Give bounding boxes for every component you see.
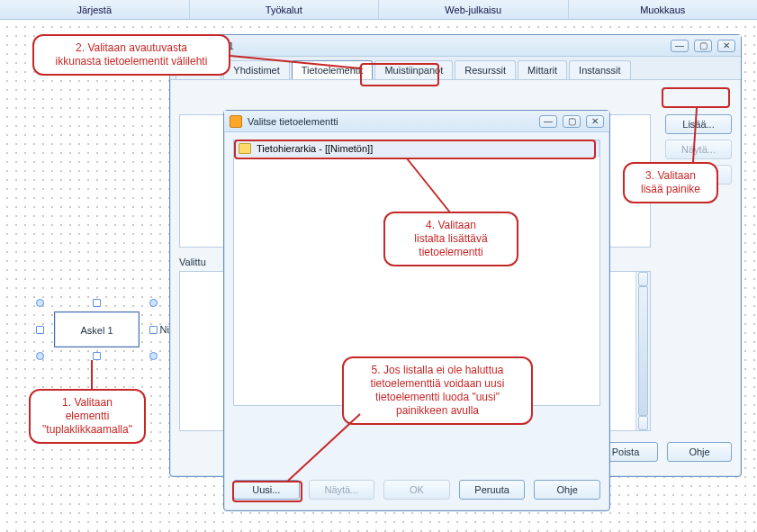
close-button[interactable]: ✕ [717, 40, 735, 52]
min-button[interactable]: — [671, 40, 689, 52]
menubar: Järjestä Työkalut Web-julkaisu Muokkaus [0, 0, 757, 20]
tab-resurssit[interactable]: Resurssit [455, 60, 516, 79]
tab-tietoelementit[interactable]: Tietoelementit [292, 60, 374, 79]
app-icon [230, 115, 242, 128]
max-button[interactable]: ▢ [563, 115, 581, 128]
callout-1: 1. Valitaan elementti "tuplaklikkaamalla… [29, 389, 146, 444]
help-button[interactable]: Ohje [667, 442, 732, 462]
new-button[interactable]: Uusi... [233, 480, 300, 500]
close-button[interactable]: ✕ [586, 115, 604, 128]
menu-webjulkaisu[interactable]: Web-julkaisu [379, 0, 569, 19]
ok-button[interactable]: OK [383, 480, 450, 500]
menu-muokkaus[interactable]: Muokkaus [569, 0, 758, 19]
diagram-node-askel1[interactable]: Askel 1 [54, 311, 140, 347]
max-button[interactable]: ▢ [694, 40, 712, 52]
cancel-button[interactable]: Peruuta [459, 480, 526, 500]
callout-4: 4. Valitaan listalta lisättävä tietoelem… [383, 212, 518, 266]
dialog-select-element: Valitse tietoelementti — ▢ ✕ Tietohierar… [223, 110, 610, 511]
resize-handle[interactable] [36, 299, 44, 307]
tab-muistiinpanot[interactable]: Muistiinpanot [374, 60, 453, 79]
min-button[interactable]: — [539, 115, 557, 128]
selected-label: Valittu [179, 257, 206, 267]
diagram-selection: Askel 1 Nim [36, 299, 158, 360]
tree-item-root[interactable]: Tietohierarkia - [[Nimetön]] [234, 140, 599, 157]
scrollbar[interactable] [635, 272, 650, 430]
callout-3: 3. Valitaan lisää painike [623, 162, 718, 203]
resize-handle[interactable] [93, 352, 101, 360]
menu-jarjesta[interactable]: Järjestä [0, 0, 190, 19]
resize-handle[interactable] [149, 326, 158, 334]
tree-item-label: Tietohierarkia - [[Nimetön]] [257, 143, 373, 154]
resize-handle[interactable] [149, 352, 158, 360]
titlebar-child[interactable]: Valitse tietoelementti — ▢ ✕ [224, 111, 609, 132]
add-button[interactable]: Lisää... [665, 114, 732, 134]
resize-handle[interactable] [36, 326, 44, 334]
callout-2: 2. Valitaan avautuvasta ikkunasta tietoe… [32, 34, 230, 76]
tab-mittarit[interactable]: Mittarit [518, 60, 567, 79]
show-button[interactable]: Näytä... [309, 480, 375, 500]
menu-tyokalut[interactable]: Työkalut [190, 0, 380, 19]
tab-instanssit[interactable]: Instanssit [569, 60, 630, 79]
show-button[interactable]: Näytä... [665, 140, 732, 159]
tab-yhdistimet[interactable]: Yhdistimet [223, 60, 289, 79]
folder-icon [239, 143, 251, 154]
resize-handle[interactable] [36, 352, 44, 360]
resize-handle[interactable] [93, 299, 101, 307]
titlebar-parent[interactable]: skel - Askel 1 — ▢ ✕ [170, 35, 741, 57]
help-button-child[interactable]: Ohje [534, 480, 600, 500]
scroll-thumb[interactable] [638, 286, 648, 416]
tabstrip: tukset Yhdistimet Tietoelementit Muistii… [170, 57, 741, 80]
callout-5: 5. Jos listalla ei ole haluttua tietoele… [342, 356, 533, 425]
resize-handle[interactable] [149, 299, 158, 307]
child-title: Valitse tietoelementti [248, 116, 338, 127]
